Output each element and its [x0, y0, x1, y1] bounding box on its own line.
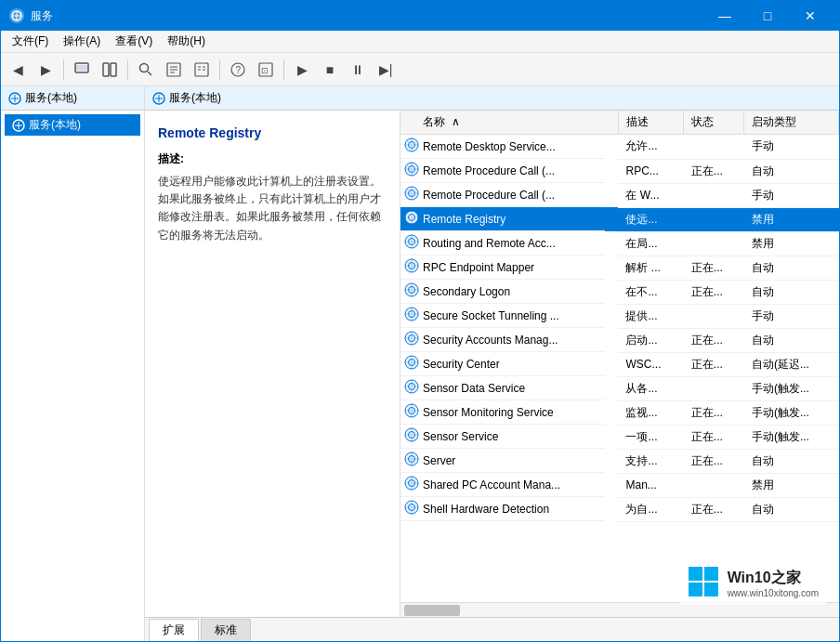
service-startup-cell: 自动	[744, 328, 839, 352]
menu-view[interactable]: 查看(V)	[108, 32, 160, 51]
col-status[interactable]: 状态	[684, 111, 744, 135]
table-row[interactable]: Remote Procedure Call (...RPC...正在...自动	[400, 159, 839, 183]
service-startup-cell: 手动(触发...	[744, 400, 839, 425]
service-startup-cell: 自动	[744, 280, 839, 304]
stop-service-button[interactable]: ■	[317, 57, 343, 83]
table-row[interactable]: Security Accounts Manag...启动...正在...自动	[400, 328, 839, 352]
service-desc-cell: 解析 ...	[618, 255, 683, 280]
service-name-cell: Shell Hardware Detection	[423, 503, 549, 516]
watermark-text-block: Win10之家 www.win10xitong.com	[728, 569, 819, 598]
show-tree-button[interactable]	[97, 57, 123, 83]
service-status-cell: 正在...	[684, 497, 744, 521]
table-row[interactable]: Sensor Service一项...正在...手动(触发...	[400, 425, 839, 449]
pause-service-button[interactable]: ⏸	[345, 57, 371, 83]
service-icon	[404, 476, 419, 493]
service-status-cell: 正在...	[684, 255, 744, 280]
search-button[interactable]	[133, 57, 159, 83]
table-row[interactable]: Server支持...正在...自动	[400, 449, 839, 473]
service-desc-cell: 允许...	[618, 135, 683, 160]
properties-button[interactable]	[189, 57, 215, 83]
table-row[interactable]: Routing and Remote Acc...在局...禁用	[400, 231, 839, 255]
service-desc-cell: 监视...	[618, 400, 683, 425]
start-service-button[interactable]: ▶	[289, 57, 315, 83]
col-name[interactable]: 名称 ∧	[400, 111, 618, 135]
filter-button[interactable]: ⊡	[253, 57, 279, 83]
forward-button[interactable]: ▶	[33, 57, 59, 83]
service-desc-cell: 在 W...	[618, 183, 683, 207]
table-header-row: 名称 ∧ 描述 状态 启动类型	[400, 111, 839, 135]
col-startup[interactable]: 启动类型	[744, 111, 839, 135]
svg-point-8	[140, 63, 149, 72]
minimize-button[interactable]: —	[703, 1, 746, 31]
table-row[interactable]: Remote Registry使远...禁用	[400, 207, 839, 231]
export-button[interactable]	[161, 57, 187, 83]
separator-4	[283, 59, 284, 80]
service-desc-cell: 在局...	[618, 231, 683, 255]
tree-item-local[interactable]: 服务(本地)	[5, 114, 140, 136]
separator-1	[63, 59, 64, 80]
col-desc[interactable]: 描述	[618, 111, 683, 135]
table-row[interactable]: Secondary Logon在不...正在...自动	[400, 280, 839, 304]
back-button[interactable]: ◀	[5, 57, 31, 83]
table-row[interactable]: Sensor Monitoring Service监视...正在...手动(触发…	[400, 400, 839, 425]
service-status-cell	[684, 135, 744, 160]
services-header-text: 服务(本地)	[169, 90, 221, 106]
restart-service-button[interactable]: ▶|	[373, 57, 399, 83]
tab-standard[interactable]: 标准	[201, 619, 251, 641]
service-status-cell: 正在...	[684, 400, 744, 425]
watermark-line2: www.win10xitong.com	[728, 588, 819, 598]
service-startup-cell: 手动	[744, 183, 839, 207]
maximize-button[interactable]: □	[746, 1, 789, 31]
table-row[interactable]: Shell Hardware Detection为自...正在...自动	[400, 497, 839, 521]
svg-line-9	[148, 72, 151, 75]
svg-rect-97	[704, 567, 718, 581]
services-table-container[interactable]: 名称 ∧ 描述 状态 启动类型	[400, 111, 839, 602]
table-row[interactable]: Shared PC Account Mana...Man...禁用	[400, 473, 839, 497]
svg-text:?: ?	[236, 65, 242, 75]
service-startup-cell: 手动	[744, 135, 839, 160]
service-status-cell	[684, 231, 744, 255]
svg-rect-5	[76, 65, 87, 71]
left-panel-header: 服务(本地)	[1, 86, 144, 111]
tab-expand[interactable]: 扩展	[149, 619, 199, 641]
watermark: Win10之家 www.win10xitong.com	[679, 561, 826, 605]
service-icon	[404, 138, 419, 155]
service-status-cell	[684, 304, 744, 328]
menu-action[interactable]: 操作(A)	[56, 32, 108, 51]
service-startup-cell: 自动(延迟...	[744, 352, 839, 376]
service-name-cell: Shared PC Account Mana...	[423, 478, 560, 491]
table-row[interactable]: Remote Procedure Call (...在 W...手动	[400, 183, 839, 207]
service-name-cell: Security Accounts Manag...	[423, 334, 558, 347]
table-row[interactable]: Remote Desktop Service...允许...手动	[400, 135, 839, 160]
menu-help[interactable]: 帮助(H)	[160, 32, 213, 51]
service-name-cell: Secondary Logon	[423, 285, 510, 298]
table-row[interactable]: Security CenterWSC...正在...自动(延迟...	[400, 352, 839, 376]
service-startup-cell: 禁用	[744, 231, 839, 255]
menu-file[interactable]: 文件(F)	[5, 32, 56, 51]
service-startup-cell: 手动(触发...	[744, 376, 839, 400]
h-scrollbar-thumb[interactable]	[404, 605, 460, 616]
service-desc-cell: WSC...	[618, 352, 683, 376]
up-button[interactable]	[69, 57, 95, 83]
service-name-cell: Remote Procedure Call (...	[423, 189, 555, 202]
service-desc-cell: Man...	[618, 473, 683, 497]
window-controls: — □ ✕	[703, 1, 832, 31]
service-status-cell	[684, 376, 744, 400]
title-bar: 服务 — □ ✕	[1, 1, 839, 31]
close-button[interactable]: ✕	[789, 1, 832, 31]
service-desc-cell: 提供...	[618, 304, 683, 328]
service-startup-cell: 自动	[744, 497, 839, 521]
help-button[interactable]: ?	[225, 57, 251, 83]
svg-text:⊡: ⊡	[261, 66, 269, 75]
service-icon	[404, 427, 419, 445]
svg-rect-98	[689, 583, 702, 596]
tree-item-label: 服务(本地)	[29, 117, 81, 133]
service-startup-cell: 手动(触发...	[744, 425, 839, 449]
service-icon	[404, 379, 419, 397]
svg-rect-14	[195, 63, 208, 76]
table-row[interactable]: Secure Socket Tunneling ...提供...手动	[400, 304, 839, 328]
service-icon	[404, 162, 419, 179]
table-row[interactable]: Sensor Data Service从各...手动(触发...	[400, 376, 839, 400]
service-desc-cell: 在不...	[618, 280, 683, 304]
table-row[interactable]: RPC Endpoint Mapper解析 ...正在...自动	[400, 255, 839, 280]
